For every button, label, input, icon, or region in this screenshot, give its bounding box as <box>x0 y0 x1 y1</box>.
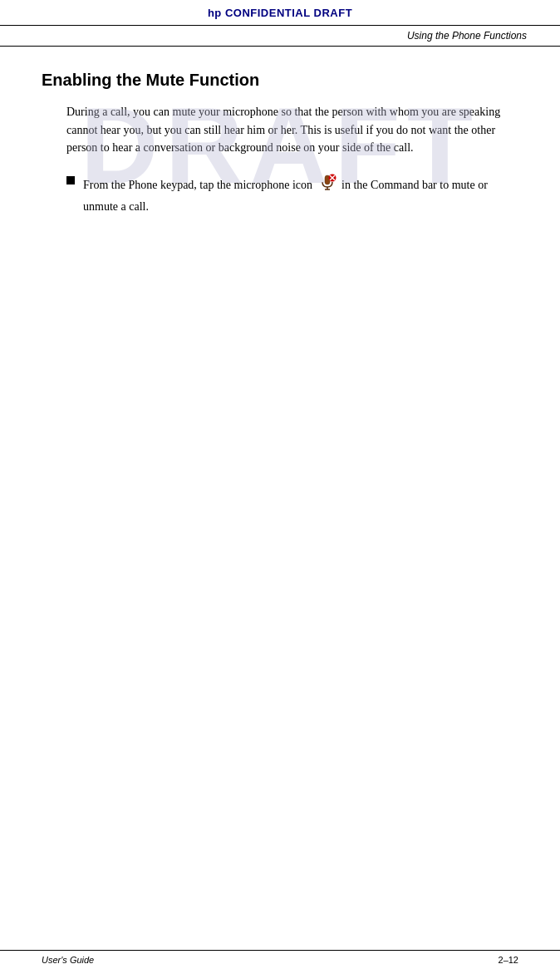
bullet-text: From the Phone keypad, tap the microphon… <box>83 174 518 215</box>
main-content: DRAFT Enabling the Mute Function During … <box>0 47 560 243</box>
bullet-square-icon <box>66 176 75 184</box>
page-header: hp CONFIDENTIAL DRAFT <box>0 0 560 26</box>
section-heading: Enabling the Mute Function <box>42 70 518 90</box>
sub-header-text: Using the Phone Functions <box>407 30 527 42</box>
sub-header: Using the Phone Functions <box>0 26 560 47</box>
page-footer: User's Guide 2–12 <box>0 950 560 969</box>
bullet-item: From the Phone keypad, tap the microphon… <box>66 174 518 215</box>
body-paragraph: During a call, you can mute your microph… <box>66 103 518 157</box>
bullet-list: From the Phone keypad, tap the microphon… <box>66 174 518 215</box>
bullet-text-before: From the Phone keypad, tap the microphon… <box>83 179 312 191</box>
microphone-mute-icon <box>318 174 336 198</box>
footer-left: User's Guide <box>42 955 94 965</box>
footer-right: 2–12 <box>499 955 518 965</box>
header-title: hp CONFIDENTIAL DRAFT <box>208 7 352 19</box>
